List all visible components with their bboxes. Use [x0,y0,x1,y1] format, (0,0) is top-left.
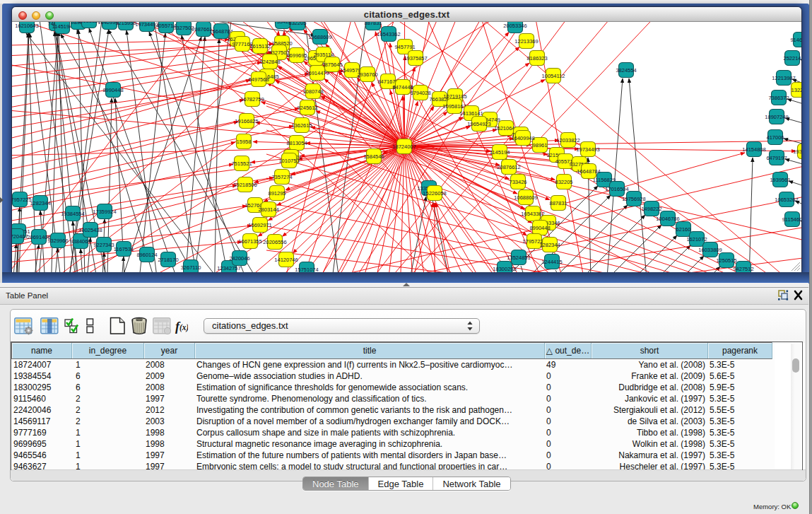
svg-text:6794028: 6794028 [410,90,430,96]
svg-text:887831: 887831 [549,200,567,206]
svg-text:62160: 62160 [676,226,691,233]
svg-text:1145194: 1145194 [52,23,73,30]
svg-text:19384554: 19384554 [793,148,801,155]
svg-text:15720407: 15720407 [12,233,28,240]
svg-text:1145194: 1145194 [490,149,510,156]
svg-text:1167531: 1167531 [114,246,134,252]
svg-text:12033822: 12033822 [556,137,579,144]
svg-text:887831: 887831 [364,22,382,26]
svg-text:20053346: 20053346 [503,23,526,29]
svg-text:19384554: 19384554 [61,211,84,217]
svg-text:9115460: 9115460 [782,216,801,223]
svg-text:16648784: 16648784 [577,168,600,175]
svg-text:16671355: 16671355 [238,238,261,245]
svg-text:15226058: 15226058 [423,190,446,197]
svg-text:6479197: 6479197 [766,155,787,161]
svg-text:15958: 15958 [237,139,252,145]
svg-text:19375857: 19375857 [404,55,427,62]
svg-text:13524851: 13524851 [507,255,530,261]
svg-text:9384067: 9384067 [70,238,90,245]
svg-text:15692971: 15692971 [248,222,271,228]
svg-text:3824554: 3824554 [616,67,636,74]
svg-text:1498222: 1498222 [641,206,661,212]
svg-text:9327502: 9327502 [173,25,194,31]
svg-text:6497568: 6497568 [248,76,269,83]
svg-text:16648784: 16648784 [209,28,233,35]
svg-text:2718170: 2718170 [158,257,178,263]
svg-text:14154808: 14154808 [742,146,765,153]
svg-text:1584546: 1584546 [363,153,384,160]
svg-text:9427512: 9427512 [733,266,753,272]
svg-text:18300295: 18300295 [493,266,516,272]
svg-text:832205: 832205 [555,179,572,185]
svg-text:1250515: 1250515 [716,257,736,264]
svg-text:10688609: 10688609 [308,34,331,40]
svg-text:18724007: 18724007 [392,144,416,150]
svg-text:13220: 13220 [792,87,801,93]
svg-text:1615132: 1615132 [249,43,270,49]
svg-text:8990448: 8990448 [102,87,123,93]
svg-text:14120746: 14120746 [274,257,298,263]
svg-text:733426: 733426 [509,179,526,185]
svg-text:832205: 832205 [288,22,306,26]
svg-text:1282344: 1282344 [539,242,560,248]
svg-text:15751074: 15751074 [295,267,318,272]
svg-text:1939561: 1939561 [770,177,790,183]
svg-text:12342757: 12342757 [217,265,240,271]
svg-text:17359924: 17359924 [93,209,116,215]
svg-text:16914479: 16914479 [305,70,329,76]
svg-text:17957225: 17957225 [12,197,32,203]
svg-text:9242848: 9242848 [259,59,280,65]
svg-text:16543362: 16543362 [377,31,400,37]
svg-text:98961: 98961 [533,142,548,148]
svg-text:2420046: 2420046 [229,255,249,262]
svg-text:10653267: 10653267 [775,197,798,203]
svg-text:16782759: 16782759 [240,96,264,103]
svg-text:14136141: 14136141 [459,110,483,117]
svg-text:9329966: 9329966 [47,238,68,244]
svg-text:1362615: 1362615 [291,122,312,129]
svg-text:2936760: 2936760 [357,71,377,78]
svg-text:9245612: 9245612 [297,105,317,111]
svg-text:20206556: 20206556 [263,239,286,245]
svg-text:16543362: 16543362 [521,211,544,217]
svg-text:7357274: 7357274 [271,174,292,180]
svg-text:9227343: 9227343 [93,242,114,248]
svg-text:7515521: 7515521 [231,160,252,167]
svg-text:3215958: 3215958 [115,22,136,26]
svg-text:19218506: 19218506 [233,182,257,188]
svg-text:19654923: 19654923 [467,121,490,127]
svg-text:8186323: 8186323 [526,55,547,62]
svg-text:17016504: 17016504 [605,186,628,192]
svg-text:10958167: 10958167 [442,103,466,110]
svg-text:417006: 417006 [766,134,784,141]
svg-text:8960124: 8960124 [136,252,157,258]
svg-text:1244415: 1244415 [541,259,562,265]
svg-text:16210643: 16210643 [15,23,38,29]
svg-text:18907249: 18907249 [765,114,788,120]
svg-text:9457791: 9457791 [394,44,415,50]
svg-text:10046786: 10046786 [656,216,679,222]
svg-text:3267110: 3267110 [181,264,201,271]
svg-text:8990448: 8990448 [529,225,550,231]
svg-text:8813054: 8813054 [286,140,307,146]
svg-text:10688609: 10688609 [514,194,537,201]
svg-text:12213987: 12213987 [772,75,795,81]
svg-text:9146821: 9146821 [790,37,801,43]
svg-text:12213369: 12213369 [514,38,538,45]
svg-text:(x): (x) [180,323,188,332]
svg-text:2803144: 2803144 [258,206,278,213]
svg-text:10054112: 10054112 [542,73,565,79]
svg-text:891295: 891295 [268,190,286,197]
svg-text:19756928: 19756928 [622,196,645,202]
svg-text:10025438: 10025438 [78,227,102,233]
svg-text:19166825: 19166825 [235,118,258,124]
svg-text:1282344: 1282344 [30,200,50,206]
svg-text:16033809: 16033809 [698,247,722,253]
svg-text:1080748: 1080748 [302,88,323,95]
svg-text:16409948: 16409948 [511,135,534,141]
svg-text:252214: 252214 [783,55,801,62]
svg-text:20876612: 20876612 [497,164,520,170]
svg-text:1621072: 1621072 [686,236,707,243]
svg-text:3875645: 3875645 [322,62,342,68]
